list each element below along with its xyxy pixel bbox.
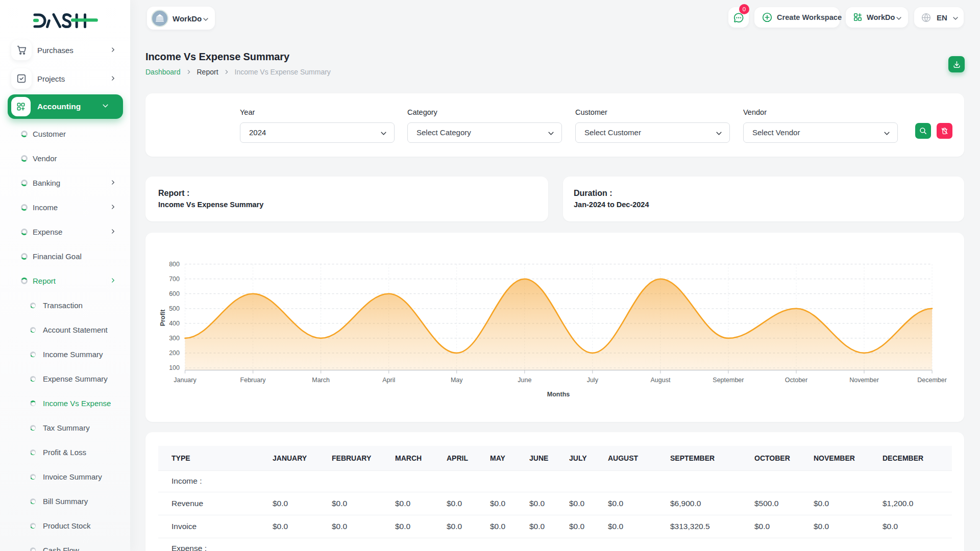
svg-text:January: January — [174, 377, 197, 384]
svg-text:200: 200 — [169, 349, 180, 357]
svg-text:300: 300 — [169, 335, 180, 342]
svg-text:October: October — [785, 377, 807, 384]
svg-text:December: December — [917, 377, 947, 384]
svg-text:Profit: Profit — [159, 309, 166, 326]
svg-text:700: 700 — [169, 276, 180, 283]
svg-text:Months: Months — [547, 391, 570, 398]
svg-text:800: 800 — [169, 261, 180, 268]
svg-text:May: May — [451, 377, 463, 384]
svg-text:500: 500 — [169, 305, 180, 312]
svg-text:August: August — [650, 377, 670, 384]
svg-text:March: March — [312, 377, 330, 384]
svg-text:100: 100 — [169, 364, 180, 371]
svg-text:June: June — [518, 377, 531, 384]
svg-text:July: July — [587, 377, 599, 384]
svg-text:November: November — [849, 377, 879, 384]
svg-text:April: April — [382, 377, 395, 384]
svg-text:600: 600 — [169, 290, 180, 297]
svg-text:September: September — [713, 377, 744, 384]
svg-text:February: February — [240, 377, 266, 384]
svg-text:400: 400 — [169, 320, 180, 327]
